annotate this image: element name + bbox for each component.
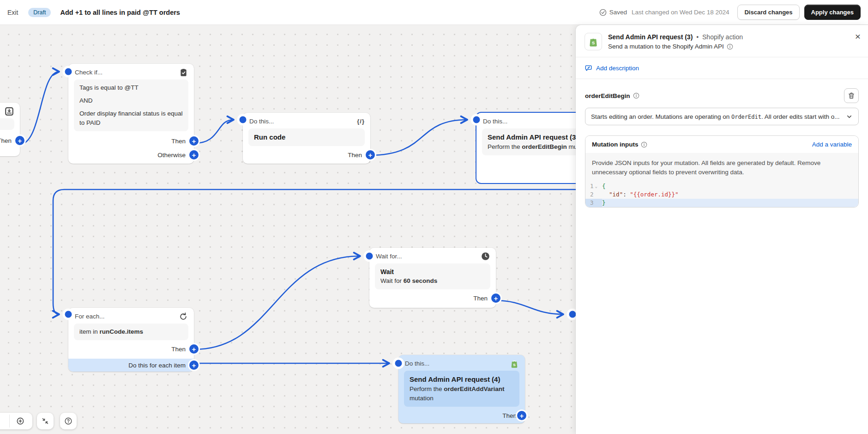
trigger-add-step-button[interactable]: + bbox=[14, 134, 26, 147]
mutation-inputs-label: Mutation inputs bbox=[592, 141, 638, 148]
panel-action-type: Shopify action bbox=[702, 33, 743, 41]
action-config-panel: × S Send Admin API request (3) • Shopify… bbox=[576, 25, 868, 434]
condition-line: Tags is equal to @TT bbox=[79, 83, 183, 92]
zoom-control-button[interactable] bbox=[0, 413, 32, 429]
for-each-node-header: For each... bbox=[75, 313, 105, 320]
svg-text:S: S bbox=[592, 40, 595, 45]
wait-node-header: Wait for... bbox=[376, 253, 402, 260]
trigger-import-icon bbox=[4, 106, 14, 116]
mutation-summary-expander[interactable]: Starts editing an order. Mutations are o… bbox=[585, 108, 859, 125]
run-then-label: Then bbox=[348, 152, 362, 159]
send-admin-api-3-header: Do this... bbox=[483, 118, 507, 125]
wait-desc: Wait for 60 seconds bbox=[380, 276, 485, 286]
panel-title: Send Admin API request (3) bbox=[608, 33, 693, 41]
run-code-title: Run code bbox=[254, 132, 359, 142]
exit-link[interactable]: Exit bbox=[7, 9, 18, 16]
shopify-app-icon: S bbox=[585, 33, 602, 50]
foreach-each-label: Do this for each item bbox=[128, 362, 186, 369]
check-circle-icon bbox=[599, 9, 607, 16]
send-admin-api-4-desc: Perform the orderEditAddVariant mutation bbox=[410, 385, 514, 403]
workflow-title: Add +1 to all lines in paid @TT orders bbox=[60, 9, 180, 16]
mutation-inputs-card: Mutation inputs Add a variable Provide J… bbox=[585, 135, 859, 208]
trigger-node[interactable]: Then + bbox=[0, 103, 20, 156]
code-line-active[interactable]: 3 } bbox=[585, 199, 858, 207]
help-button[interactable] bbox=[60, 413, 77, 429]
mutation-summary-text: Starts editing an order. Mutations are o… bbox=[591, 113, 842, 120]
trigger-then-label: Then bbox=[0, 137, 12, 144]
run-then-add-button[interactable]: + bbox=[364, 149, 376, 161]
loop-refresh-icon bbox=[178, 312, 188, 322]
mutation-name-label: orderEditBegin bbox=[585, 92, 630, 99]
condition-node[interactable]: Check if... Tags is equal to @TT AND Ord… bbox=[68, 64, 194, 164]
do-this-for-each-item-row[interactable]: Do this for each item + bbox=[68, 359, 194, 372]
status-badge: Draft bbox=[28, 8, 51, 17]
add-description-link[interactable]: Add description bbox=[576, 57, 868, 79]
send-admin-api-4-node[interactable]: Do this... S Send Admin API request (4) … bbox=[398, 355, 525, 423]
shopify-bag-icon: S bbox=[509, 359, 519, 369]
zoom-in-icon bbox=[15, 416, 25, 426]
condition-line: Order display financial status is equal … bbox=[79, 109, 183, 128]
check-otherwise-add-button[interactable]: + bbox=[188, 149, 200, 161]
apply-changes-button[interactable]: Apply changes bbox=[804, 5, 861, 20]
wait-title: Wait bbox=[380, 267, 485, 276]
wait-then-label: Then bbox=[473, 295, 488, 302]
top-bar: Exit Draft Add +1 to all lines in paid @… bbox=[0, 0, 868, 25]
saved-status: Saved bbox=[609, 9, 627, 16]
delete-mutation-button[interactable] bbox=[844, 88, 859, 103]
json-code-editor[interactable]: Provide JSON inputs for your mutation. A… bbox=[585, 153, 858, 207]
svg-text:S: S bbox=[513, 362, 516, 367]
do4-then-add-button[interactable]: + bbox=[516, 410, 528, 422]
add-variable-link[interactable]: Add a variable bbox=[812, 141, 852, 148]
fit-to-view-icon bbox=[40, 416, 50, 426]
wait-then-add-button[interactable]: + bbox=[490, 292, 502, 304]
info-icon[interactable] bbox=[727, 43, 733, 50]
clock-icon bbox=[480, 251, 490, 262]
run-code-node-header: Do this... bbox=[249, 118, 274, 125]
info-icon[interactable] bbox=[641, 141, 647, 148]
code-line[interactable]: 1⌄ { bbox=[585, 182, 858, 190]
panel-subtitle: Send a mutation to the Shopify Admin API bbox=[608, 43, 724, 50]
last-changed-text: Last changed on Wed Dec 18 2024 bbox=[632, 9, 729, 16]
foreach-then-label: Then bbox=[171, 346, 186, 353]
for-each-desc: item in runCode.items bbox=[79, 327, 183, 336]
discard-changes-button[interactable]: Discard changes bbox=[737, 5, 799, 20]
wait-node[interactable]: Wait for... Wait Wait for 60 seconds The… bbox=[369, 248, 496, 308]
check-then-label: Then bbox=[171, 138, 186, 145]
chevron-down-icon bbox=[845, 113, 853, 120]
run-code-node[interactable]: Do this... {/} Run code Then + bbox=[243, 113, 370, 164]
code-icon: {/} bbox=[357, 118, 365, 125]
question-circle-icon bbox=[63, 416, 73, 426]
foreach-then-add-button[interactable]: + bbox=[188, 343, 200, 355]
do4-then-label: Then bbox=[502, 412, 517, 419]
foreach-each-add-button[interactable]: + bbox=[188, 359, 200, 371]
clipboard-check-icon bbox=[178, 67, 188, 78]
check-then-add-button[interactable]: + bbox=[188, 135, 200, 147]
info-icon[interactable] bbox=[633, 92, 639, 99]
code-line[interactable]: 2 "id": "{{order.id}}" bbox=[585, 190, 858, 199]
close-panel-button[interactable]: × bbox=[855, 31, 861, 41]
trash-icon bbox=[848, 92, 855, 99]
check-otherwise-label: Otherwise bbox=[157, 152, 186, 159]
inputs-help-text: Provide JSON inputs for your mutation. A… bbox=[585, 153, 858, 182]
for-each-node[interactable]: For each... item in runCode.items Then +… bbox=[68, 308, 194, 372]
condition-operator: AND bbox=[79, 96, 183, 105]
fit-to-view-button[interactable] bbox=[37, 413, 54, 429]
send-admin-api-4-title: Send Admin API request (4) bbox=[410, 374, 514, 385]
condition-node-header: Check if... bbox=[75, 69, 102, 76]
send-admin-api-4-header: Do this... bbox=[405, 360, 429, 367]
comment-edit-icon bbox=[585, 64, 592, 72]
